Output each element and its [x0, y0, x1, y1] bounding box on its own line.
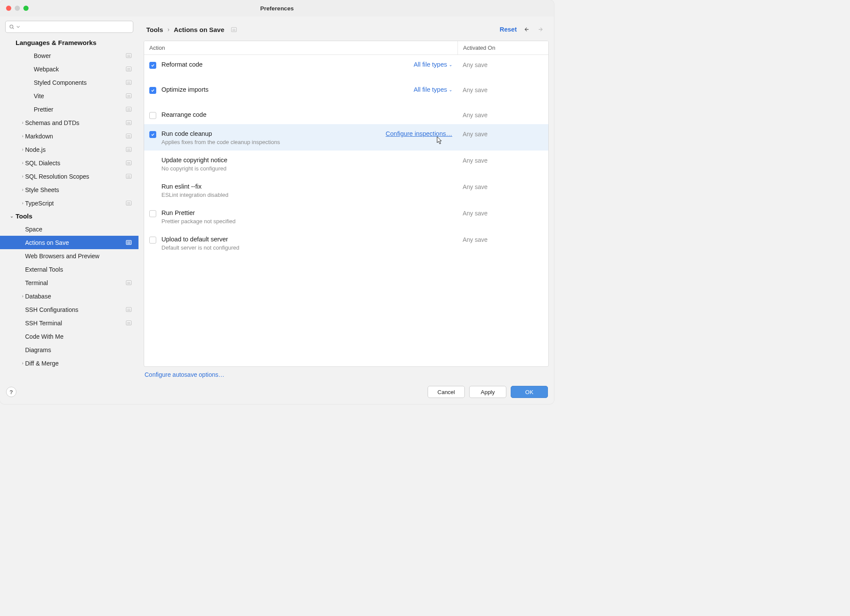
tree-item-label: Vite [0, 93, 126, 99]
tree-item-label: SSH Terminal [0, 320, 126, 327]
tree-item-label: SQL Dialects [25, 160, 126, 167]
zoom-window-button[interactable] [23, 6, 29, 11]
tree-item[interactable]: Terminal [0, 276, 138, 289]
table-row[interactable]: Run eslint --fixESLint integration disab… [144, 177, 548, 203]
tree-item[interactable]: ›SQL Dialects [0, 156, 138, 170]
tree-item-label: Schemas and DTDs [25, 119, 126, 126]
settings-tree[interactable]: Languages & Frameworks BowerWebpackStyle… [0, 36, 138, 380]
ok-button[interactable]: OK [511, 386, 548, 398]
project-settings-icon [126, 93, 132, 98]
tree-item-label: External Tools [0, 266, 133, 273]
tree-item[interactable]: ›Node.js [0, 143, 138, 156]
preferences-window: Preferences Languages & Frameworks Bower… [0, 0, 554, 404]
action-title: Rearrange code [161, 111, 206, 118]
window-controls [6, 6, 29, 11]
reset-link[interactable]: Reset [500, 26, 517, 33]
help-button[interactable]: ? [6, 387, 16, 397]
cancel-button[interactable]: Cancel [428, 386, 465, 398]
actions-on-save-table: Action Activated On Reformat codeAll fil… [144, 41, 549, 367]
configure-inspections-link[interactable]: Configure inspections… [386, 130, 452, 137]
tree-item[interactable]: SSH Terminal [0, 316, 138, 330]
tree-item[interactable]: Space [0, 222, 138, 236]
settings-main: Tools › Actions on Save Reset Action Act… [138, 16, 554, 380]
tree-item[interactable]: Styled Components [0, 76, 138, 89]
action-checkbox[interactable] [149, 112, 156, 119]
column-header-activated[interactable]: Activated On [457, 41, 548, 55]
tree-item[interactable]: Webpack [0, 62, 138, 76]
chevron-down-icon [16, 25, 20, 29]
svg-line-1 [13, 28, 14, 29]
tree-item-label: Webpack [0, 66, 126, 73]
tree-item[interactable]: ›Schemas and DTDs [0, 116, 138, 129]
table-row[interactable]: Upload to default serverDefault server i… [144, 230, 548, 256]
activated-on-value: Any save [457, 80, 548, 105]
tree-item[interactable]: ›Diff & Merge [0, 356, 138, 370]
tree-item-label: Space [0, 226, 133, 233]
apply-button[interactable]: Apply [469, 386, 506, 398]
settings-search-input[interactable] [5, 21, 133, 33]
action-checkbox[interactable] [149, 131, 156, 138]
table-header: Action Activated On [144, 41, 548, 55]
tree-item[interactable]: Code With Me [0, 330, 138, 343]
project-settings-icon [126, 120, 132, 125]
tree-item[interactable]: Prettier [0, 103, 138, 116]
activated-on-value: Any save [457, 105, 548, 124]
tree-section-tools[interactable]: ⌄ Tools [0, 210, 138, 222]
project-settings-icon [126, 307, 132, 312]
tree-item[interactable]: ›SQL Resolution Scopes [0, 170, 138, 183]
settings-search-field[interactable] [22, 24, 129, 30]
table-row[interactable]: Reformat codeAll file types⌄Any save [144, 55, 548, 80]
tree-item-label: TypeScript [25, 200, 126, 207]
chevron-right-icon: › [0, 201, 25, 205]
configure-autosave-link[interactable]: Configure autosave options… [145, 371, 224, 378]
action-title: Optimize imports [161, 86, 209, 93]
table-row[interactable]: Rearrange codeAny save [144, 105, 548, 124]
tree-item[interactable]: ›TypeScript [0, 196, 138, 210]
project-settings-icon [126, 240, 132, 245]
action-title: Run Prettier [161, 209, 195, 216]
minimize-window-button[interactable] [15, 6, 20, 11]
back-button[interactable] [521, 24, 531, 35]
tree-item-label: Database [25, 293, 133, 300]
tree-item[interactable]: Bower [0, 49, 138, 62]
tree-item[interactable]: Diagrams [0, 343, 138, 356]
activated-on-value: Any save [457, 203, 548, 230]
activated-on-value: Any save [457, 230, 548, 256]
chevron-down-icon: ⌄ [449, 62, 452, 67]
tree-item[interactable]: SSH Configurations [0, 303, 138, 316]
tree-item[interactable]: Actions on Save [0, 236, 138, 249]
tree-section-languages-frameworks[interactable]: Languages & Frameworks [0, 36, 138, 49]
action-checkbox[interactable] [149, 237, 156, 244]
activated-on-value: Any save [457, 55, 548, 80]
table-row[interactable]: Run code cleanupConfigure inspections…Ap… [144, 124, 548, 151]
close-window-button[interactable] [6, 6, 11, 11]
project-settings-icon [126, 160, 132, 165]
tree-item[interactable]: Web Browsers and Preview [0, 249, 138, 263]
tree-item[interactable]: ›Database [0, 289, 138, 303]
search-icon [9, 24, 15, 30]
file-types-dropdown[interactable]: All file types⌄ [414, 61, 452, 68]
activated-on-value: Any save [457, 124, 548, 151]
action-checkbox[interactable] [149, 210, 156, 217]
file-types-dropdown[interactable]: All file types⌄ [414, 86, 452, 93]
action-subtitle: ESLint integration disabled [161, 192, 452, 198]
project-settings-icon [126, 67, 132, 71]
titlebar: Preferences [0, 0, 554, 16]
action-checkbox[interactable] [149, 62, 156, 69]
tree-item[interactable]: ›Markdown [0, 129, 138, 143]
table-row[interactable]: Update copyright noticeNo copyright is c… [144, 151, 548, 177]
tree-item[interactable]: External Tools [0, 263, 138, 276]
tree-item[interactable]: ›Style Sheets [0, 183, 138, 196]
tree-item-label: Node.js [25, 146, 126, 153]
project-settings-icon [126, 201, 132, 205]
breadcrumb-parent[interactable]: Tools [146, 26, 163, 33]
column-header-action[interactable]: Action [144, 41, 457, 55]
tree-item-label: SSH Configurations [0, 306, 126, 313]
action-checkbox[interactable] [149, 87, 156, 94]
table-body: Reformat codeAll file types⌄Any saveOpti… [144, 55, 548, 366]
action-subtitle: Prettier package not specified [161, 218, 452, 225]
tree-item[interactable]: Vite [0, 89, 138, 103]
table-row[interactable]: Run PrettierPrettier package not specifi… [144, 203, 548, 230]
breadcrumb-current: Actions on Save [174, 26, 225, 33]
table-row[interactable]: Optimize importsAll file types⌄Any save [144, 80, 548, 105]
